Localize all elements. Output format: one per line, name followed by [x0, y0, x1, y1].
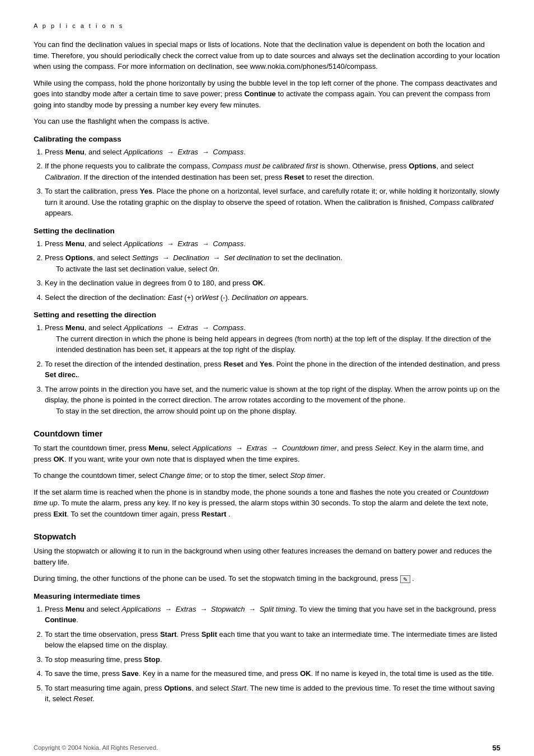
change-time-italic: Change time [160, 471, 201, 480]
on-italic: 0n [209, 265, 217, 273]
extras-italic: Extras [177, 240, 198, 248]
continue-bold: Continue [244, 90, 275, 98]
footer-copyright: Copyright © 2004 Nokia. All Rights Reser… [34, 744, 158, 751]
reset-bold: Reset [223, 360, 243, 368]
yes-bold: Yes [260, 360, 272, 368]
countdown-p1: To start the countdown timer, press Menu… [34, 443, 500, 464]
sub-text: To activate the last set declination val… [56, 264, 500, 275]
list-item: To stop measuring time, press Stop. [45, 654, 500, 665]
list-item: To save the time, press Save. Key in a n… [45, 668, 500, 679]
set-direc-bold: Set direc. [45, 370, 78, 379]
compass-calibrated-italic: Compass calibrated [429, 198, 494, 206]
stop-bold: Stop [144, 655, 160, 664]
menu-bold: Menu [65, 148, 85, 156]
applications-italic: Applications [124, 148, 163, 156]
reset-bold: Reset [284, 173, 304, 181]
menu-bold: Menu [65, 240, 85, 248]
select-italic: Select [375, 444, 395, 452]
menu-bold: Menu [65, 323, 85, 332]
menu-bold: Menu [148, 444, 167, 452]
menu-bold: Menu [65, 605, 85, 613]
section-label: A p p l i c a t i o n s [34, 22, 500, 29]
compass-italic: Compass [213, 148, 243, 156]
stop-timer-italic: Stop timer [290, 471, 323, 480]
compass-italic: Compass [213, 323, 243, 332]
setting-direction-heading: Setting and resetting the direction [34, 311, 500, 319]
ok-bold: OK [300, 669, 311, 678]
measuring-steps: Press Menu and select Applications → Ext… [45, 604, 500, 705]
edit-icon: ✎ [400, 575, 410, 583]
footer-page-number: 55 [493, 744, 500, 752]
west-italic: West [202, 293, 218, 302]
declination-on-italic: Declination on [232, 293, 278, 302]
set-declination-italic: Set declination [224, 253, 271, 262]
ok-bold: OK [252, 279, 264, 287]
extras-italic: Extras [246, 444, 267, 452]
list-item: To start the calibration, press Yes. Pla… [45, 186, 500, 219]
calibration-italic: Calibration [45, 173, 79, 181]
countdown-p3: If the set alarm time is reached when th… [34, 487, 500, 520]
options-bold: Options [65, 253, 93, 262]
compass-italic: Compass [213, 240, 243, 248]
list-item: Select the direction of the declination:… [45, 292, 500, 303]
exit-bold: Exit [53, 510, 67, 518]
east-italic: East [168, 293, 182, 302]
save-bold: Save [121, 669, 138, 678]
options-bold: Options [164, 684, 191, 692]
start-bold: Start [160, 630, 177, 638]
declination-italic: Declination [173, 253, 209, 262]
applications-italic: Applications [121, 605, 161, 613]
countdown-timer-heading: Countdown timer [34, 429, 500, 438]
applications-italic: Applications [124, 240, 163, 248]
list-item: Press Menu and select Applications → Ext… [45, 604, 500, 626]
setting-declination-steps: Press Menu, and select Applications → Ex… [45, 238, 500, 303]
extras-italic: Extras [177, 148, 198, 156]
list-item: To start the time observation, press Sta… [45, 629, 500, 651]
measuring-heading: Measuring intermediate times [34, 592, 500, 600]
sub-text: To stay in the set direction, the arrow … [56, 406, 500, 417]
restart-bold: Restart [202, 510, 227, 518]
list-item: Press Options, and select Settings → Dec… [45, 252, 500, 274]
extras-italic: Extras [176, 605, 196, 613]
stopwatch-heading: Stopwatch [34, 532, 500, 541]
split-bold: Split [202, 630, 217, 638]
calibrating-heading: Calibrating the compass [34, 135, 500, 143]
list-item: To start measuring time again, press Opt… [45, 683, 500, 705]
ok-bold: OK [53, 455, 64, 463]
continue-bold: Continue [45, 616, 76, 624]
setting-declination-heading: Setting the declination [34, 227, 500, 235]
sub-text: The current direction in which the phone… [56, 334, 500, 355]
calibrating-steps: Press Menu, and select Applications → Ex… [45, 147, 500, 219]
list-item: If the phone requests you to calibrate t… [45, 161, 500, 182]
footer: Copyright © 2004 Nokia. All Rights Reser… [34, 738, 500, 752]
calibrate-first-italic: Compass must be calibrated first [212, 162, 317, 170]
list-item: Press Menu, and select Applications → Ex… [45, 147, 500, 158]
yes-bold: Yes [140, 187, 152, 195]
applications-italic: Applications [124, 323, 163, 332]
stopwatch-italic: Stopwatch [211, 605, 245, 613]
intro-p2: While using the compass, hold the phone … [34, 78, 500, 111]
list-item: To reset the direction of the intended d… [45, 359, 500, 381]
setting-direction-steps: Press Menu, and select Applications → Ex… [45, 322, 500, 416]
options-bold: Options [409, 162, 436, 170]
intro-p3: You can use the flashlight when the comp… [34, 116, 500, 127]
applications-italic: Applications [193, 444, 232, 452]
settings-italic: Settings [132, 253, 158, 262]
stopwatch-p1: Using the stopwatch or allowing it to ru… [34, 546, 500, 567]
stopwatch-p2: During timing, the other functions of th… [34, 573, 500, 584]
start-italic: Start [231, 684, 246, 692]
countdown-timer-italic: Countdown timer [282, 444, 336, 452]
intro-p1: You can find the declination values in s… [34, 39, 500, 72]
list-item: Key in the declination value in degrees … [45, 278, 500, 289]
list-item: Press Menu, and select Applications → Ex… [45, 322, 500, 355]
reset-italic: Reset [73, 694, 92, 703]
list-item: Press Menu, and select Applications → Ex… [45, 238, 500, 250]
countdown-time-up-italic: Countdown time up [34, 488, 489, 508]
extras-italic: Extras [177, 323, 198, 332]
countdown-p2: To change the countdown timer, select Ch… [34, 470, 500, 481]
page-container: A p p l i c a t i o n s You can find the… [0, 0, 534, 756]
list-item: The arrow points in the direction you ha… [45, 384, 500, 417]
split-timing-italic: Split timing [260, 605, 296, 613]
